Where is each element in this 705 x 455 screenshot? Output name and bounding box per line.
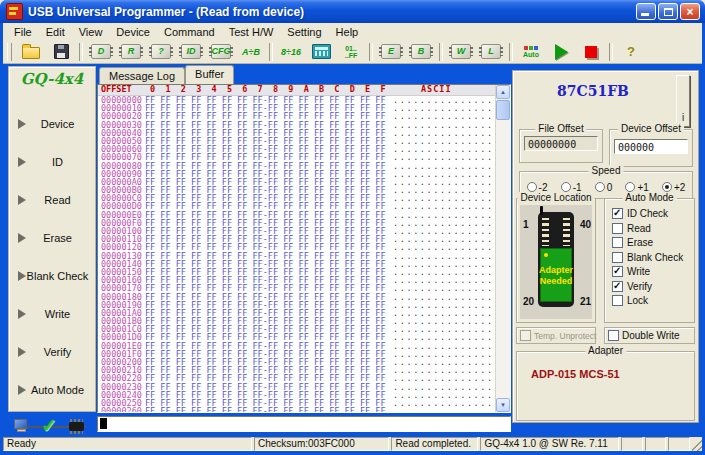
speed-option-minus-2[interactable]: -2	[527, 182, 548, 193]
chip-id-button[interactable]: ID	[176, 41, 206, 63]
tab-message-log[interactable]: Message Log	[99, 67, 185, 84]
sidebar-item-label: Device	[20, 118, 95, 130]
toolbar-separator	[509, 43, 513, 61]
vertical-scrollbar[interactable]: ▲ ▼	[495, 85, 510, 412]
calculator-button[interactable]	[306, 41, 336, 63]
sidebar-item-blank-check[interactable]: Blank Check	[9, 257, 95, 295]
chip-config-button[interactable]: CFG	[206, 41, 236, 63]
radio-icon	[662, 182, 672, 192]
radio-icon	[527, 182, 537, 192]
erase-chip-button[interactable]: E	[376, 41, 406, 63]
tab-buffer[interactable]: Buffer	[185, 65, 234, 84]
pin-1-label: 1	[523, 219, 529, 230]
sidebar-item-label: Write	[20, 308, 95, 320]
sidebar-item-write[interactable]: Write	[9, 295, 95, 333]
command-input[interactable]	[97, 416, 511, 432]
checkbox-icon	[612, 208, 623, 219]
double-write-checkbox[interactable]	[608, 330, 619, 341]
sidebar-item-label: Verify	[20, 346, 95, 358]
run-button[interactable]	[546, 41, 576, 63]
device-info-button[interactable]: i	[676, 75, 690, 127]
auto-button[interactable]: Auto	[516, 41, 546, 63]
device-select-button[interactable]: D	[86, 41, 116, 63]
sidebar-item-id[interactable]: ID	[9, 143, 95, 181]
stop-icon	[585, 46, 597, 58]
auto-mode-id-check[interactable]: ID Check	[612, 208, 694, 219]
speed-option-0[interactable]: 0	[595, 182, 613, 193]
radio-icon	[625, 182, 635, 192]
lock-chip-button[interactable]: L	[476, 41, 506, 63]
resize-grip[interactable]	[692, 437, 702, 451]
sidebar-item-verify[interactable]: Verify	[9, 333, 95, 371]
minimize-icon	[641, 13, 649, 16]
hex-row[interactable]: 00000260FF FF FF FF FF FF FF FF-FF FF FF…	[98, 407, 510, 413]
toolbar-grip[interactable]	[7, 43, 12, 61]
auto-mode-group: Auto Mode ID CheckReadEraseBlank CheckWr…	[604, 198, 695, 323]
status-extra-2	[645, 437, 667, 451]
checkbox-icon	[612, 252, 623, 263]
auto-mode-label: Auto Mode	[622, 192, 676, 203]
temp-unprotect-label: Temp. Unprotect	[534, 331, 596, 341]
toolbar-separator	[609, 43, 613, 61]
status-operation: Read completed.	[391, 437, 478, 451]
window-controls: ×	[636, 3, 700, 20]
double-write-label: Double Write	[622, 330, 680, 341]
status-bar: ReadyChecksum:003FC000Read completed.GQ-…	[3, 437, 702, 451]
verify-chip-button[interactable]: ?	[146, 41, 176, 63]
adapter-label: Adapter	[585, 345, 626, 356]
read-chip-button[interactable]: R	[116, 41, 146, 63]
status-version: GQ-4x4 1.0 @ SW Re. 7.11	[480, 437, 618, 451]
maximize-button[interactable]	[658, 3, 678, 20]
menu-setting[interactable]: Setting	[280, 25, 328, 39]
sidebar-item-read[interactable]: Read	[9, 181, 95, 219]
speed-option-plus-1[interactable]: +1	[625, 182, 648, 193]
file-offset-input[interactable]: 00000000	[524, 136, 598, 151]
close-button[interactable]: ×	[680, 3, 700, 20]
menu-help[interactable]: Help	[329, 25, 366, 39]
auto-mode-read[interactable]: Read	[612, 223, 694, 234]
programmer-chip-icon	[69, 422, 84, 431]
menu-command[interactable]: Command	[157, 25, 222, 39]
minimize-button[interactable]	[636, 3, 656, 20]
toolbar: DR?IDCFGA÷B8÷1601.. ..FFEBWLAuto?	[3, 40, 702, 64]
fill-buffer-button[interactable]: 01.. ..FF	[336, 41, 366, 63]
app-window: USB Universal Programmer - (Read from de…	[0, 0, 705, 455]
scroll-down-button[interactable]: ▼	[496, 398, 510, 412]
blank-check-button[interactable]: B	[406, 41, 436, 63]
chip-icon: E	[381, 44, 401, 59]
radio-icon	[595, 182, 605, 192]
open-file-button[interactable]	[16, 41, 46, 63]
auto-mode-write[interactable]: Write	[612, 266, 694, 277]
speed-option-minus-1[interactable]: -1	[561, 182, 582, 193]
floppy-icon	[54, 44, 69, 59]
scroll-up-button[interactable]: ▲	[496, 85, 510, 99]
speed-option-plus-2[interactable]: +2	[662, 182, 685, 193]
pin-20-label: 20	[523, 296, 534, 307]
sidebar-item-erase[interactable]: Erase	[9, 219, 95, 257]
auto-mode-erase[interactable]: Erase	[612, 237, 694, 248]
temp-unprotect-checkbox[interactable]	[520, 330, 531, 341]
menu-view[interactable]: View	[72, 25, 110, 39]
menu-device[interactable]: Device	[109, 25, 157, 39]
scrollbar-thumb[interactable]	[496, 100, 510, 120]
compare-a-b-button[interactable]: A÷B	[236, 41, 266, 63]
hex-rows: 00000000FF FF FF FF FF FF FF FF-FF FF FF…	[98, 96, 510, 413]
menu-file[interactable]: File	[7, 25, 39, 39]
sidebar-item-device[interactable]: Device	[9, 105, 95, 143]
swap-8-16-button[interactable]: 8÷16	[276, 41, 306, 63]
sidebar-item-label: ID	[20, 156, 95, 168]
auto-mode-lock[interactable]: Lock	[612, 295, 694, 306]
auto-mode-verify[interactable]: Verify	[612, 281, 694, 292]
device-offset-input[interactable]: 000000	[614, 139, 688, 154]
menu-edit[interactable]: Edit	[39, 25, 72, 39]
sidebar-item-auto-mode[interactable]: Auto Mode	[9, 371, 95, 409]
auto-mode-blank-check[interactable]: Blank Check	[612, 252, 694, 263]
help-button[interactable]: ?	[616, 41, 646, 63]
write-chip-button[interactable]: W	[446, 41, 476, 63]
menu-test-h-w[interactable]: Test H/W	[222, 25, 281, 39]
app-logo: GQ-4x4	[9, 67, 95, 88]
stop-button[interactable]	[576, 41, 606, 63]
computer-icon	[14, 419, 29, 434]
buffer-hex-view[interactable]: OFFSET 0 1 2 3 4 5 6 7 8 9 A B C D E FAS…	[97, 84, 511, 413]
save-file-button[interactable]	[46, 41, 76, 63]
